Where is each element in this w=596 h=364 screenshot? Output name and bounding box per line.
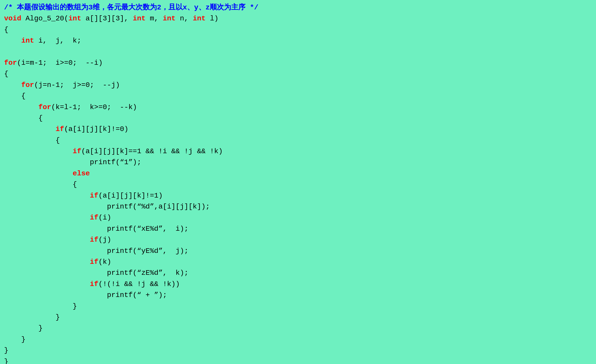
keyword-else1: else	[73, 170, 90, 177]
printf1: printf(“1”);	[90, 158, 141, 166]
brace-close-6: }	[73, 302, 77, 310]
if7-cond: (!(!i && !j && !k))	[98, 280, 180, 288]
brace-open-1: {	[4, 26, 8, 34]
keyword-if7: if	[90, 280, 98, 288]
brace-close-1: }	[4, 358, 8, 364]
var-decl: i, j, k;	[34, 37, 81, 45]
keyword-if2: if	[73, 147, 81, 155]
code-container: /* 本题假设输出的数组为3维，各元最大次数为2，且以x、y、z顺次为主序 */…	[4, 2, 592, 364]
if3-cond: (a[i][j][k]!=1)	[98, 192, 163, 200]
brace-open-5: {	[56, 136, 60, 144]
keyword-if6: if	[90, 258, 98, 266]
if2-cond: (a[i][j][k]==1 && !i && !j && !k)	[81, 147, 223, 155]
keyword-for1: for	[4, 59, 17, 67]
param4: l)	[206, 15, 218, 22]
if1-cond: (a[i][j][k]!=0)	[64, 125, 128, 133]
func-signature: Algo_5_20(	[21, 15, 68, 22]
brace-close-2: }	[4, 346, 8, 354]
keyword-for3: for	[38, 103, 51, 111]
param3: n,	[176, 15, 193, 22]
brace-open-6: {	[73, 180, 77, 188]
brace-close-4: }	[38, 324, 43, 332]
keyword-if5: if	[90, 236, 98, 244]
comment-line: /* 本题假设输出的数组为3维，各元最大次数为2，且以x、y、z顺次为主序 */	[4, 4, 258, 11]
code-block: /* 本题假设输出的数组为3维，各元最大次数为2，且以x、y、z顺次为主序 */…	[4, 2, 592, 364]
keyword-for2: for	[21, 81, 34, 89]
brace-open-4: {	[38, 114, 43, 122]
brace-close-3: }	[21, 335, 26, 343]
printf4: printf(“yE%d”, j);	[107, 247, 188, 255]
printf6: printf(“ + ”);	[107, 291, 167, 299]
keyword-if1: if	[56, 125, 64, 133]
brace-close-5: }	[56, 313, 60, 321]
param2: m,	[146, 15, 163, 22]
keyword-int2: int	[133, 15, 145, 22]
param1: a[][3][3],	[81, 15, 133, 22]
brace-open-2: {	[4, 70, 8, 78]
keyword-if4: if	[90, 214, 98, 222]
keyword-if3: if	[90, 192, 98, 200]
keyword-void: void	[4, 15, 21, 22]
for3-cond: (k=l-1; k>=0; --k)	[51, 103, 137, 111]
if4-cond: (i)	[98, 214, 111, 222]
printf3: printf(“xE%d”, i);	[107, 225, 188, 233]
keyword-int3: int	[163, 15, 176, 22]
keyword-int5: int	[21, 37, 34, 45]
if6-cond: (k)	[98, 258, 111, 266]
keyword-int1: int	[68, 15, 81, 22]
if5-cond: (j)	[98, 236, 111, 244]
for2-cond: (j=n-1; j>=0; --j)	[34, 81, 120, 89]
for1-cond: (i=m-1; i>=0; --i)	[17, 59, 103, 67]
printf2: printf(“%d”,a[i][j][k]);	[107, 203, 210, 211]
brace-open-3: {	[21, 92, 26, 100]
printf5: printf(“zE%d”, k);	[107, 269, 188, 277]
keyword-int4: int	[193, 15, 205, 22]
